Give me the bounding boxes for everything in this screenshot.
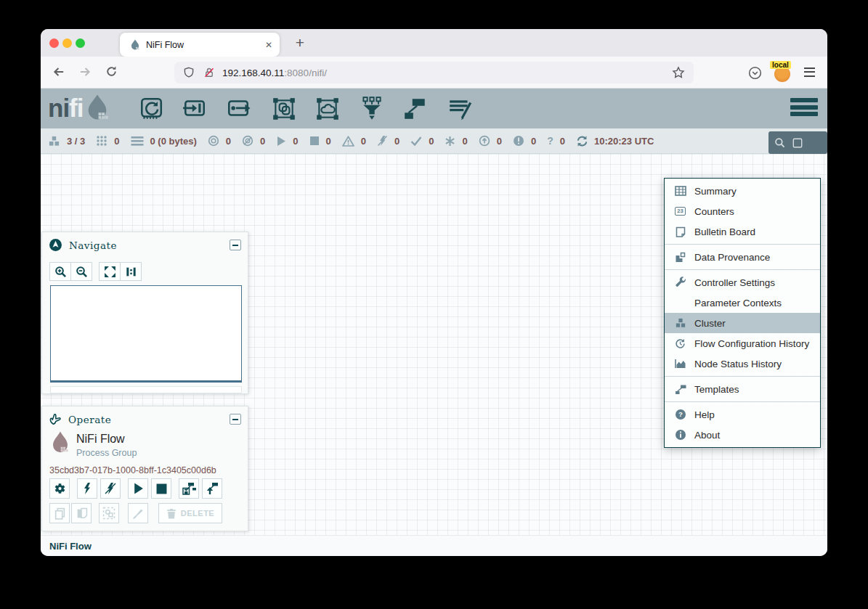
url-bar[interactable]: 192.168.40.11:8080/nifi/ — [174, 62, 694, 83]
menu-item-templates[interactable]: Templates — [665, 379, 820, 399]
reload-icon[interactable] — [105, 65, 118, 78]
label-component-icon[interactable] — [447, 96, 474, 122]
zoom-out-button[interactable] — [70, 262, 92, 281]
selected-component-type: Process Group — [76, 448, 137, 458]
url-domain: 192.168.40.11 — [222, 68, 284, 78]
menu-item-parameter-contexts[interactable]: Parameter Contexts — [665, 293, 820, 313]
process-group-drop-icon — [49, 430, 71, 458]
running-icon — [276, 136, 286, 147]
tab-title: NiFi Flow — [146, 40, 265, 50]
last-refreshed-time: 10:20:23 UTC — [594, 136, 654, 147]
menu-item-bulletin-board[interactable]: Bulletin Board — [665, 221, 820, 242]
menu-item-cluster[interactable]: Cluster — [665, 313, 820, 333]
data-provenance-icon — [673, 252, 687, 263]
stat-sync-failure: ? 0 — [547, 135, 565, 147]
stopped-icon — [309, 136, 320, 146]
check-icon — [410, 136, 422, 146]
navigate-icon — [49, 238, 62, 252]
copy-button[interactable] — [49, 503, 70, 523]
processor-component-icon[interactable] — [138, 96, 164, 122]
back-icon[interactable] — [52, 65, 65, 78]
refresh-icon[interactable] — [576, 135, 588, 147]
menu-item-counters[interactable]: 23 Counters — [665, 201, 820, 221]
queued-icon — [131, 136, 144, 147]
paste-button[interactable] — [71, 503, 92, 523]
window-zoom-button[interactable] — [76, 38, 85, 48]
operate-title: Operate — [68, 414, 230, 425]
zoom-in-button[interactable] — [49, 262, 71, 281]
menu-item-node-status-history[interactable]: Node Status History — [665, 353, 820, 374]
stat-transmitting: 0 — [208, 135, 231, 147]
shield-icon[interactable] — [183, 67, 195, 78]
search-button[interactable] — [768, 131, 827, 154]
menu-separator — [665, 376, 820, 377]
menu-item-about[interactable]: About — [665, 425, 820, 445]
firefox-menu-icon[interactable] — [804, 68, 815, 79]
cluster-icon — [48, 136, 60, 147]
zoom-actual-size-button[interactable] — [120, 262, 142, 281]
tab-close-icon[interactable]: ✕ — [265, 40, 272, 50]
breadcrumb-root[interactable]: NiFi Flow — [49, 541, 92, 552]
stat-locally-modified-and-stale: 0 — [513, 135, 536, 147]
nifi-favicon — [130, 39, 140, 51]
zoom-fit-button[interactable] — [99, 262, 121, 281]
window-close-button[interactable] — [49, 38, 59, 48]
insecure-lock-icon[interactable] — [203, 67, 215, 78]
disable-button[interactable] — [100, 478, 121, 499]
nifi-logo: nifi — [48, 94, 111, 123]
stat-running: 0 — [276, 136, 298, 147]
global-menu-button[interactable] — [790, 98, 818, 119]
menu-item-summary[interactable]: Summary — [665, 181, 820, 201]
menu-item-help[interactable]: ? Help — [665, 404, 820, 425]
group-button[interactable] — [99, 503, 119, 523]
remote-process-group-component-icon[interactable] — [315, 96, 341, 122]
navigate-collapse-button[interactable] — [230, 240, 241, 250]
save-template-button[interactable] — [179, 478, 199, 499]
stat-stopped: 0 — [309, 136, 331, 147]
flow-configuration-history-icon — [673, 338, 687, 349]
summary-icon — [673, 186, 687, 196]
birdseye-minimap[interactable] — [50, 285, 242, 383]
menu-separator — [665, 269, 820, 270]
forward-icon[interactable] — [78, 65, 92, 78]
input-port-component-icon[interactable] — [182, 96, 208, 122]
node-status-history-icon — [673, 359, 687, 369]
browser-window: NiFi Flow ✕ + 192.168.40.11:8080/nifi/ l… — [41, 29, 827, 556]
stat-invalid: 0 — [342, 136, 366, 147]
url-text: 192.168.40.11:8080/nifi/ — [222, 68, 672, 78]
help-icon: ? — [673, 409, 687, 420]
process-group-component-icon[interactable] — [271, 96, 297, 122]
change-color-button[interactable] — [128, 503, 148, 523]
menu-item-flow-configuration-history[interactable]: Flow Configuration History — [665, 333, 820, 353]
stat-up-to-date: 0 — [410, 136, 434, 147]
menu-item-controller-settings[interactable]: Controller Settings — [665, 272, 820, 293]
new-tab-button[interactable]: + — [289, 31, 311, 54]
bookmark-star-icon[interactable] — [672, 66, 685, 79]
output-port-component-icon[interactable] — [225, 96, 251, 122]
invalid-icon — [342, 136, 354, 147]
menu-item-data-provenance[interactable]: Data Provenance — [665, 247, 820, 267]
up-arrow-circle-icon — [479, 135, 490, 147]
funnel-component-icon[interactable] — [359, 96, 385, 122]
upload-template-button[interactable] — [202, 478, 222, 499]
operate-collapse-button[interactable] — [230, 414, 241, 425]
start-button[interactable] — [128, 478, 148, 499]
browser-tab[interactable]: NiFi Flow ✕ — [120, 33, 280, 57]
pocket-icon[interactable] — [748, 66, 762, 80]
question-icon: ? — [547, 135, 553, 147]
delete-button[interactable]: DELETE — [158, 503, 222, 523]
navigate-title: Navigate — [69, 240, 230, 251]
selected-component-id[interactable]: 35cbd3b7-017b-1000-8bff-1c3405c00d6b — [49, 465, 216, 475]
delete-label: DELETE — [181, 509, 214, 518]
exclamation-circle-icon — [513, 135, 524, 147]
browser-navbar: 192.168.40.11:8080/nifi/ local — [41, 57, 827, 89]
window-minimize-button[interactable] — [62, 38, 72, 48]
configuration-button[interactable] — [49, 478, 70, 499]
enable-button[interactable] — [77, 478, 97, 499]
operate-hand-icon — [49, 412, 62, 426]
svg-text:?: ? — [678, 410, 683, 418]
flow-status-bar: 3 / 3 0 0 (0 bytes) 0 0 0 0 0 — [41, 128, 827, 154]
stop-button[interactable] — [151, 478, 171, 499]
menu-separator — [665, 401, 820, 402]
template-component-icon[interactable] — [402, 96, 429, 122]
